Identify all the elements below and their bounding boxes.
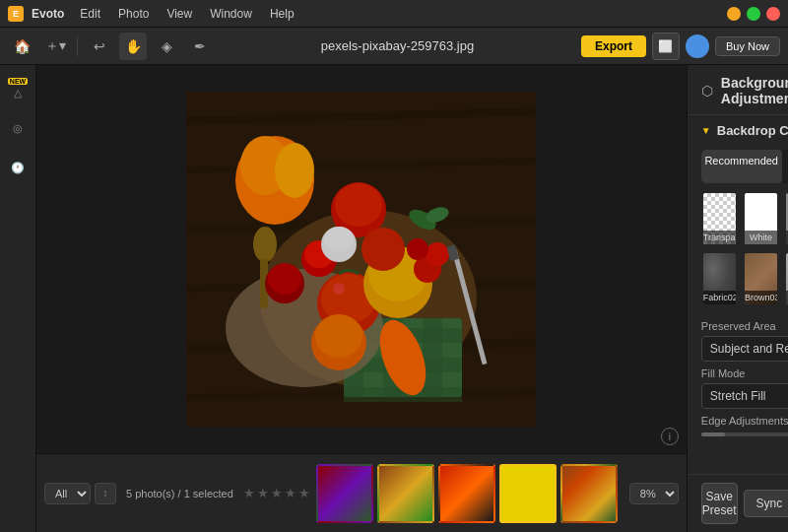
home-button[interactable]: 🏠 [8,33,35,60]
maximize-button[interactable] [747,7,760,21]
sidebar-circle-icon: ◎ [13,122,23,135]
export-button[interactable]: Export [581,35,646,57]
preserved-area-wrapper: Subject and Related objects [701,336,788,362]
star-1[interactable]: ★ [243,486,255,500]
toolbar-right: Export ⬜ Buy Now [581,33,780,60]
save-preset-button[interactable]: Save Preset [701,483,738,524]
backdrop-gray02[interactable]: Gray02 [784,191,788,246]
sidebar-history-item[interactable]: 🕐 [0,150,35,185]
panel-icon: ⬡ [701,83,713,99]
star-rating[interactable]: ★ ★ ★ ★ ★ [243,486,310,500]
section-arrow-icon: ▼ [701,125,711,136]
close-button[interactable] [766,7,780,21]
backdrop-fabric02-label: Fabric02 [703,291,736,304]
backdrop-transparent[interactable]: Transpa... [701,191,738,246]
panel-header: ⬡ Background Adjustments [688,65,788,115]
edge-slider-track [701,432,726,436]
edge-adjustments-header: Edge Adjustments 0 [701,415,788,427]
thumb-3[interactable] [438,464,495,523]
section-header[interactable]: ▼ Backdrop Changer ✏ [688,115,788,146]
filename-label: pexels-pixabay-259763.jpg [220,38,575,53]
star-4[interactable]: ★ [285,486,296,500]
backdrop-white-label: White [745,231,777,244]
sidebar-history-icon: 🕐 [11,162,25,174]
sidebar-new-item[interactable]: NEW △ [0,71,35,106]
thumb-4[interactable] [499,464,557,523]
star-3[interactable]: ★ [271,486,283,500]
preserved-area-setting: Preserved Area Subject and Related objec… [701,320,788,362]
fill-mode-setting: Fill Mode Stretch Fill [701,367,788,409]
backdrop-brown03[interactable]: Brown03 [743,251,779,306]
section-title: Backdrop Changer [717,123,788,138]
toolbar-separator [77,36,78,56]
filmstrip-controls: All ↕ 5 photo(s) / 1 selected ★ ★ ★ ★ ★ [44,483,310,504]
menu-edit[interactable]: Edit [72,5,108,23]
star-5[interactable]: ★ [298,486,310,500]
zoom-select[interactable]: 8% [629,483,679,504]
edge-adjustments-label: Edge Adjustments [701,415,788,427]
left-sidebar: NEW △ ◎ 🕐 [0,65,36,532]
avatar[interactable] [686,34,709,58]
star-2[interactable]: ★ [257,486,269,500]
menu-view[interactable]: View [159,5,200,23]
filter-select[interactable]: All [44,483,91,504]
tab-my-backdrops[interactable]: My backdrops New [782,150,788,183]
photo-count: 5 photo(s) / 1 selected [126,488,233,499]
window-controls [727,7,780,21]
thumb-1[interactable] [316,464,373,523]
edge-adjustments-setting: Edge Adjustments 0 [701,415,788,436]
fill-mode-label: Fill Mode [701,367,788,379]
svg-rect-45 [186,92,536,427]
new-badge: NEW [8,78,28,85]
menu-help[interactable]: Help [262,5,302,23]
undo-button[interactable]: ↩ [86,33,113,60]
main-image [186,92,536,427]
fill-mode-wrapper: Stretch Fill [701,383,788,409]
backdrop-white[interactable]: White [743,191,779,246]
main-toolbar: 🏠 ＋▾ ↩ ✋ ◈ ✒ pexels-pixabay-259763.jpg E… [0,28,788,65]
menu-photo[interactable]: Photo [110,5,157,23]
app-icon: E [8,6,24,22]
preserved-area-label: Preserved Area [701,320,788,332]
settings-area: Preserved Area Subject and Related objec… [688,314,788,442]
backdrop-grid: Transpa... White Gray02 Black [688,191,788,314]
main-layout: NEW △ ◎ 🕐 [0,65,788,532]
tab-recommended[interactable]: Recommended [701,150,782,183]
backdrop-gray03[interactable]: Gray03 [784,251,788,306]
thumb-2[interactable] [377,464,434,523]
edge-adjustments-slider[interactable] [701,432,788,436]
menu-window[interactable]: Window [202,5,260,23]
backdrop-transparent-label: Transpa... [703,231,736,244]
share-button[interactable]: ⬜ [652,33,680,60]
add-button[interactable]: ＋▾ [41,33,69,60]
backdrop-brown03-label: Brown03 [745,291,777,304]
title-bar: E Evoto Edit Photo View Window Help [0,0,788,28]
thumb-5[interactable] [560,464,618,523]
sort-button[interactable]: ↕ [95,483,116,504]
heal-button[interactable]: ✒ [186,33,214,60]
backdrop-fabric02[interactable]: Fabric02 [701,251,738,306]
sidebar-adjust-item[interactable]: ◎ [0,110,35,146]
fill-mode-select[interactable]: Stretch Fill [701,383,788,409]
info-icon: i [669,432,671,442]
right-panel: ⬡ Background Adjustments ▼ Backdrop Chan… [687,65,788,532]
preserved-area-select[interactable]: Subject and Related objects [701,336,788,362]
menu-bar: Edit Photo View Window Help [72,5,301,23]
info-button[interactable]: i [661,428,679,445]
thumbnail-strip [316,460,618,527]
minimize-button[interactable] [727,7,741,21]
backdrop-tabs: Recommended My backdrops New [701,150,788,183]
app-name: Evoto [32,7,64,21]
buy-now-button[interactable]: Buy Now [715,36,780,56]
backdrop-section: ▼ Backdrop Changer ✏ Recommended My back… [688,115,788,314]
sidebar-triangle-icon: △ [14,87,22,100]
pan-button[interactable]: ✋ [119,33,147,60]
filmstrip: All ↕ 5 photo(s) / 1 selected ★ ★ ★ ★ ★ [36,453,687,532]
select-button[interactable]: ◈ [153,33,180,60]
panel-footer: Save Preset Sync ⚙ ? [688,474,788,532]
canvas-area: i All ↕ 5 photo(s) / 1 selected ★ ★ ★ ★ … [36,65,687,532]
panel-title: Background Adjustments [721,75,788,106]
sync-button[interactable]: Sync [744,490,788,517]
image-container[interactable]: i [36,65,687,453]
